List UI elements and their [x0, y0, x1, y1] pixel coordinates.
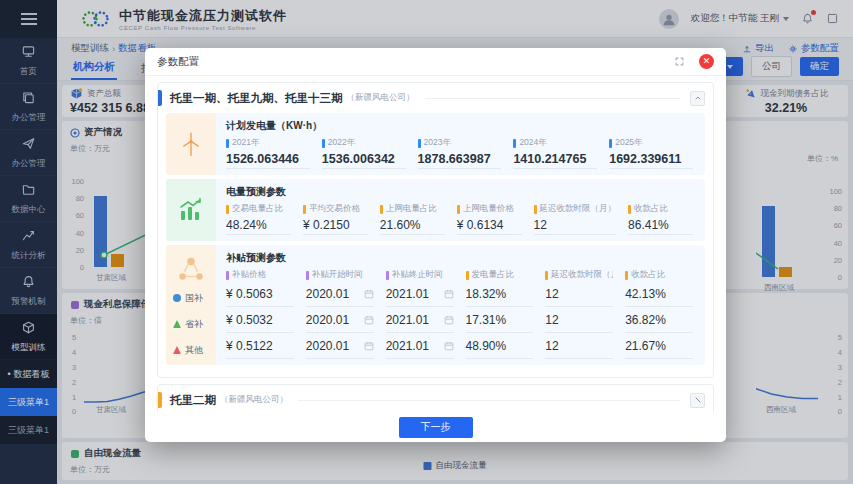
subsidy-cell[interactable]: 48.90% — [466, 333, 534, 359]
column-header: 发电量占比 — [466, 269, 534, 281]
param-field: 延迟收款时限（月）12 — [534, 203, 617, 235]
subsidy-cell-value: 48.90% — [466, 339, 507, 353]
subsidy-cell[interactable]: 2021.01 — [386, 281, 454, 307]
calendar-icon[interactable] — [444, 341, 454, 351]
param-field: 收款占比86.41% — [628, 203, 693, 235]
subsidy-cell-value: 2021.01 — [386, 339, 429, 353]
field-label: 上网电量占比 — [380, 203, 445, 215]
subsidy-type-label: 其他 — [185, 344, 203, 357]
card-icon-column — [166, 179, 216, 241]
close-button[interactable]: ✕ — [699, 54, 714, 69]
calendar-icon[interactable] — [444, 315, 454, 325]
field-value[interactable]: 1692.339611 — [609, 149, 693, 169]
label-bar — [226, 205, 229, 214]
field-label: 2023年 — [418, 137, 502, 149]
calendar-icon[interactable] — [444, 289, 454, 299]
turbine-icon — [166, 113, 216, 175]
label-bar — [457, 205, 460, 214]
label-bar — [380, 205, 383, 214]
group-accent-bar — [158, 392, 162, 408]
field-label-text: 2023年 — [424, 137, 451, 149]
field-value[interactable]: 1526.063446 — [226, 149, 310, 169]
subsidy-cell-value: 17.31% — [466, 313, 507, 327]
subsidy-cell-value: 2021.01 — [386, 313, 429, 327]
column-header-text: 收款占比 — [631, 269, 665, 281]
field-value[interactable]: 1878.663987 — [418, 149, 502, 169]
label-bar — [386, 271, 389, 280]
subsidy-cell[interactable]: 2020.01 — [306, 281, 374, 307]
field-label: 交易电量占比 — [226, 203, 291, 215]
maximize-button[interactable] — [674, 56, 685, 67]
subsidy-cell[interactable]: 2020.01 — [306, 307, 374, 333]
subsidy-cell[interactable]: ¥ 0.5122 — [226, 333, 294, 359]
subsidy-cell-value: 2021.01 — [386, 287, 429, 301]
subsidy-cell[interactable]: 2021.01 — [386, 333, 454, 359]
field-label-text: 上网电量占比 — [386, 203, 437, 215]
calendar-icon[interactable] — [364, 341, 374, 351]
column-header-text: 补贴价格 — [232, 269, 266, 281]
subsidy-cell[interactable]: 12 — [545, 333, 613, 359]
card-title: 补贴预测参数 — [226, 251, 693, 265]
field-value[interactable]: 12 — [534, 215, 617, 235]
column-header: 补贴开始时间 — [306, 269, 374, 281]
people-icon — [166, 245, 216, 285]
calendar-icon[interactable] — [364, 289, 374, 299]
subsidy-cell[interactable]: 36.82% — [625, 307, 693, 333]
field-value[interactable]: 48.24% — [226, 215, 291, 235]
param-field: 2022年1536.006342 — [322, 137, 406, 169]
field-label: 2021年 — [226, 137, 310, 149]
subsidy-cell-value: 18.32% — [466, 287, 507, 301]
modal-body: 托里一期、托里九期、托里十三期（新疆风电公司）计划发电量（KW·h）2021年1… — [145, 76, 726, 412]
group-company: （新疆风电公司） — [220, 394, 288, 406]
subsidy-cell[interactable]: 17.31% — [466, 307, 534, 333]
param-group-1: 托里二期（新疆风电公司） — [157, 384, 714, 412]
field-value[interactable]: 86.41% — [628, 215, 693, 235]
param-field: 上网电量占比21.60% — [380, 203, 445, 235]
subsidy-cell[interactable]: 12 — [545, 307, 613, 333]
field-value[interactable]: 21.60% — [380, 215, 445, 235]
column-header-text: 发电量占比 — [472, 269, 515, 281]
subsidy-cell-value: ¥ 0.5122 — [226, 339, 273, 353]
collapse-button[interactable] — [690, 91, 705, 106]
subsidy-cell[interactable]: 12 — [545, 281, 613, 307]
field-label-text: 2021年 — [232, 137, 259, 149]
param-field: 2021年1526.063446 — [226, 137, 310, 169]
field-label: 上网电量价格 — [457, 203, 522, 215]
subsidy-cell[interactable]: 18.32% — [466, 281, 534, 307]
field-label-text: 2024年 — [519, 137, 546, 149]
label-bar — [226, 139, 229, 148]
subsidy-cell[interactable]: ¥ 0.5032 — [226, 307, 294, 333]
group-name: 托里二期 — [170, 393, 216, 408]
param-group-0: 托里一期、托里九期、托里十三期（新疆风电公司）计划发电量（KW·h）2021年1… — [157, 82, 714, 378]
field-value[interactable]: ¥ 0.6134 — [457, 215, 522, 235]
field-label-text: 收款占比 — [634, 203, 668, 215]
subsidy-cell[interactable]: 42.13% — [625, 281, 693, 307]
subsidy-cell-value: 12 — [545, 339, 558, 353]
group-accent-bar — [158, 90, 162, 106]
next-step-button[interactable]: 下一步 — [399, 417, 473, 438]
param-field: 交易电量占比48.24% — [226, 203, 291, 235]
card-icon-column: 国补省补其他 — [166, 245, 216, 365]
param-group-header: 托里一期、托里九期、托里十三期（新疆风电公司） — [158, 83, 705, 113]
subsidy-row-label: 省补 — [166, 311, 216, 337]
subsidy-cell[interactable]: 2020.01 — [306, 333, 374, 359]
subsidy-grid: 补贴价格补贴开始时间补贴终止时间发电量占比延迟收款时限（月）收款占比¥ 0.50… — [226, 269, 693, 359]
subsidy-cell[interactable]: 2021.01 — [386, 307, 454, 333]
label-bar — [303, 205, 306, 214]
field-value[interactable]: 1536.006342 — [322, 149, 406, 169]
expand-button[interactable] — [690, 393, 705, 408]
triangle-marker-icon — [173, 346, 181, 354]
field-value[interactable]: 1410.214765 — [513, 149, 597, 169]
subsidy-cell[interactable]: 21.67% — [625, 333, 693, 359]
card-content: 电量预测参数交易电量占比48.24%平均交易价格¥ 0.2150上网电量占比21… — [216, 179, 705, 241]
subsidy-cell-value: ¥ 0.5032 — [226, 313, 273, 327]
app-viewport: 首页办公管理办公管理数据中心统计分析预警机制模型训练数据看板三级菜单1三级菜单1… — [0, 0, 853, 484]
group-company: （新疆风电公司） — [347, 92, 415, 104]
field-value[interactable]: ¥ 0.2150 — [303, 215, 368, 235]
field-label: 收款占比 — [628, 203, 693, 215]
subsidy-cell-value: 2020.01 — [306, 287, 349, 301]
card-content: 补贴预测参数补贴价格补贴开始时间补贴终止时间发电量占比延迟收款时限（月）收款占比… — [216, 245, 705, 365]
subsidy-cell[interactable]: ¥ 0.5063 — [226, 281, 294, 307]
field-grid: 2021年1526.0634462022年1536.0063422023年187… — [226, 137, 693, 169]
calendar-icon[interactable] — [364, 315, 374, 325]
